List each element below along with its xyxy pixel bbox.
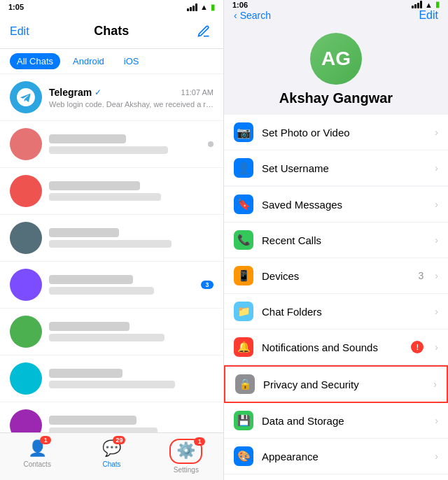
status-icons-right: ▲ ▮ [412, 0, 440, 9]
set-username-label: Set Username [262, 162, 426, 174]
contacts-icon-wrap: 👤 1 [27, 439, 47, 458]
tab-chats-left[interactable]: 💬 29 Chats [74, 439, 148, 468]
saved-messages-row[interactable]: 🔖 Saved Messages › [224, 187, 448, 223]
notifications-label: Notifications and Sounds [262, 341, 402, 353]
set-username-row[interactable]: 👤 Set Username › [224, 150, 448, 185]
chat-content-8 [49, 416, 214, 432]
recent-calls-row[interactable]: 📞 Recent Calls › [224, 223, 448, 258]
telegram-time: 11:07 AM [181, 88, 214, 97]
unread-2 [208, 141, 214, 147]
chat-content-3 [49, 181, 214, 201]
back-chevron-icon: ‹ [234, 10, 237, 21]
set-photo-row[interactable]: 📷 Set Photo or Video › [224, 115, 448, 150]
profile-name: Akshay Gangwar [279, 90, 393, 106]
settings-label-left: Settings [174, 466, 199, 474]
left-panel: 1:05 ▲ ▮ Edit Chats All Chats Android iO… [0, 0, 224, 480]
edit-button-left[interactable]: Edit [10, 25, 29, 38]
recent-calls-label: Recent Calls [262, 234, 426, 246]
tab-all-chats[interactable]: All Chats [10, 53, 60, 69]
saved-messages-chevron: › [435, 199, 438, 210]
privacy-label: Privacy and Security [263, 379, 425, 390]
avatar-4 [10, 222, 42, 254]
avatar-8 [10, 409, 42, 432]
tab-android[interactable]: Android [66, 53, 111, 69]
tab-ios[interactable]: iOS [117, 53, 146, 69]
chat-item-4[interactable] [0, 215, 223, 262]
chats-title: Chats [94, 24, 129, 38]
telegram-name: Telegram [49, 87, 92, 98]
username-icon: 👤 [234, 158, 253, 178]
main-menu-group: 🔖 Saved Messages › 📞 Recent Calls › 📱 De… [224, 187, 448, 480]
signal-icon-left [187, 3, 197, 11]
status-bar-right: 1:06 ▲ ▮ [224, 0, 448, 9]
devices-row[interactable]: 📱 Devices 3 › [224, 258, 448, 294]
profile-section: AG Akshay Gangwar [224, 22, 448, 115]
chat-content-7 [49, 369, 214, 388]
devices-chevron: › [435, 270, 438, 281]
chat-item-telegram[interactable]: Telegram ✓ 11:07 AM Web login code. Dear… [0, 74, 223, 121]
privacy-security-row[interactable]: 🔒 Privacy and Security › [224, 365, 448, 403]
back-button-right[interactable]: ‹ Search [234, 10, 271, 21]
telegram-preview: Web login code. Dear Akshay, we received… [49, 100, 214, 108]
chats-icon-wrap: 💬 29 [102, 439, 121, 458]
chat-meta-2 [208, 141, 214, 147]
chat-item-7[interactable] [0, 355, 223, 402]
data-storage-chevron: › [435, 415, 438, 426]
set-photo-chevron: › [435, 127, 438, 138]
chat-item-5[interactable]: 3 [0, 262, 223, 309]
recent-calls-chevron: › [435, 234, 438, 246]
back-label-right: Search [240, 10, 271, 21]
profile-avatar: AG [310, 33, 362, 85]
devices-label: Devices [262, 270, 410, 282]
chats-label-left: Chats [102, 460, 120, 468]
chat-folders-chevron: › [435, 306, 438, 317]
avatar-3 [10, 175, 42, 207]
camera-icon: 📷 [234, 122, 253, 142]
language-row[interactable]: 🌐 Language English › [224, 474, 448, 480]
appearance-icon: 🎨 [234, 446, 253, 466]
appearance-label: Appearance [262, 451, 426, 463]
wifi-icon-right: ▲ [425, 1, 433, 9]
chat-content-5 [49, 275, 194, 295]
chat-item-2[interactable] [0, 121, 223, 168]
chat-content-6 [49, 322, 214, 341]
appearance-row[interactable]: 🎨 Appearance › [224, 439, 448, 474]
contacts-label-left: Contacts [23, 460, 50, 468]
tab-contacts-left[interactable]: 👤 1 Contacts [0, 439, 74, 468]
saved-messages-icon: 🔖 [234, 195, 253, 214]
edit-button-right[interactable]: Edit [419, 9, 438, 22]
time-right: 1:06 [232, 1, 248, 9]
saved-messages-label: Saved Messages [262, 199, 426, 211]
chat-item-6[interactable] [0, 309, 223, 355]
notifications-icon: 🔔 [234, 337, 253, 357]
telegram-name-row: Telegram ✓ 11:07 AM [49, 87, 214, 98]
avatar-6 [10, 316, 42, 348]
notifications-row[interactable]: 🔔 Notifications and Sounds ! › [224, 330, 448, 365]
tab-settings-left[interactable]: ⚙️ 1 Settings [149, 439, 223, 474]
compose-button[interactable] [194, 22, 214, 41]
telegram-avatar [10, 81, 42, 113]
avatar-5 [10, 269, 42, 301]
avatar-7 [10, 362, 42, 395]
notifications-alert-badge: ! [411, 341, 424, 353]
status-icons-left: ▲ ▮ [187, 3, 215, 12]
right-panel: 1:06 ▲ ▮ ‹ Search Edit AG Akshay Gangwar… [224, 0, 448, 480]
data-storage-row[interactable]: 💾 Data and Storage › [224, 403, 448, 439]
chat-item-3[interactable] [0, 168, 223, 215]
settings-badge-left: 1 [194, 437, 205, 446]
quick-actions-group: 📷 Set Photo or Video › 👤 Set Username › [224, 115, 448, 185]
chat-folders-icon: 📁 [234, 302, 253, 321]
contacts-badge-left: 1 [40, 436, 51, 444]
time-left: 1:05 [8, 3, 24, 11]
data-storage-icon: 💾 [234, 411, 253, 430]
nav-bar-right: ‹ Search Edit [224, 9, 448, 22]
chat-folders-row[interactable]: 📁 Chat Folders › [224, 294, 448, 330]
chat-content-4 [49, 228, 214, 248]
telegram-chat-content: Telegram ✓ 11:07 AM Web login code. Dear… [49, 87, 214, 108]
filter-tabs: All Chats Android iOS [0, 49, 223, 74]
avatar-2 [10, 128, 42, 160]
set-username-chevron: › [435, 162, 438, 174]
chat-list: Telegram ✓ 11:07 AM Web login code. Dear… [0, 74, 223, 432]
status-bar-left: 1:05 ▲ ▮ [0, 0, 223, 14]
chat-item-8[interactable] [0, 402, 223, 432]
